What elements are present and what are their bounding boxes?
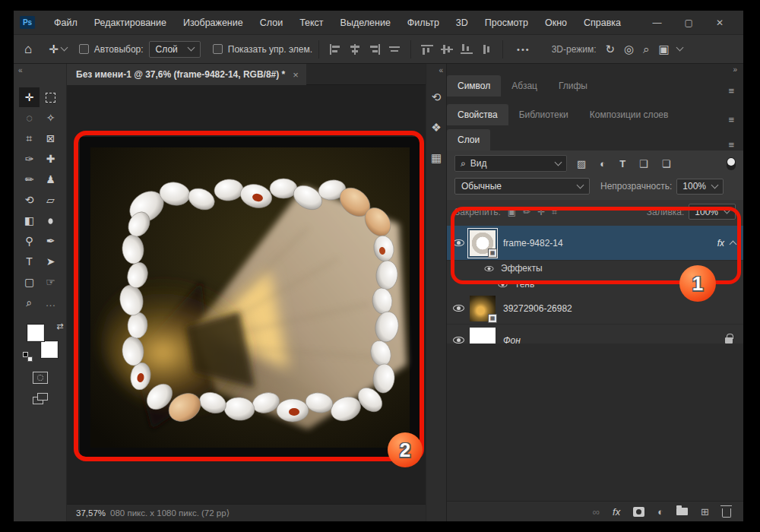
background-color-swatch[interactable] [41, 341, 58, 358]
tab-layer-comps[interactable]: Композиции слоев [579, 104, 679, 125]
layer-thumbnail[interactable]: ▦ [470, 296, 496, 321]
layer-mask-icon[interactable] [633, 507, 644, 517]
blend-mode-select[interactable]: Обычные [454, 178, 590, 195]
tab-character[interactable]: Символ [447, 75, 501, 97]
zoom-tool[interactable]: ⌕ [19, 293, 40, 312]
color-panel-icon[interactable]: ❖ [431, 121, 441, 135]
menu-filter[interactable]: Фильтр [399, 14, 448, 31]
3d-orbit-icon[interactable]: ↻ [606, 43, 616, 56]
lasso-tool[interactable]: ◌ [19, 108, 40, 128]
link-layers-icon[interactable]: ∞ [593, 506, 600, 518]
healing-brush-tool[interactable]: ✚ [40, 149, 61, 169]
quick-selection-tool[interactable]: ✧ [40, 108, 61, 128]
filter-smart-object-icon[interactable]: ❏ [662, 158, 671, 169]
menu-file[interactable]: Файл [46, 14, 86, 31]
minimize-button[interactable]: — [653, 18, 662, 27]
new-layer-icon[interactable]: ⊞ [701, 506, 709, 518]
crop-tool[interactable]: ⌗ [19, 128, 40, 148]
brush-tool[interactable]: ✏ [19, 169, 40, 189]
tab-paragraph[interactable]: Абзац [501, 75, 548, 97]
default-colors-icon[interactable] [23, 352, 30, 359]
align-bottom-button[interactable] [461, 44, 473, 55]
status-zoom-field[interactable]: 37,57% [67, 508, 110, 518]
shape-tool[interactable]: ▢ [19, 272, 40, 292]
filter-adjustment-icon[interactable]: ◐ [600, 158, 606, 169]
3d-zoom-icon[interactable]: ⌕ [643, 43, 649, 56]
home-icon[interactable]: ⌂ [24, 42, 32, 57]
maximize-button[interactable]: ▢ [685, 18, 693, 27]
menu-edit[interactable]: Редактирование [86, 14, 175, 31]
close-tab-icon[interactable]: × [293, 69, 299, 81]
panel-menu-icon[interactable]: ≡ [728, 114, 743, 125]
menu-type[interactable]: Текст [291, 14, 331, 31]
type-tool[interactable]: T [19, 252, 40, 271]
close-button[interactable]: ✕ [716, 18, 724, 27]
eraser-tool[interactable]: ▱ [40, 190, 61, 210]
menu-window[interactable]: Окно [537, 14, 575, 31]
foreground-color-swatch[interactable] [27, 325, 44, 341]
filter-shape-icon[interactable]: ❑ [639, 158, 648, 169]
visibility-eye-icon[interactable] [453, 337, 464, 344]
eyedropper-tool[interactable]: ✑ [19, 149, 40, 169]
layer-filter-select[interactable]: ⌕ Вид [454, 155, 567, 172]
path-select-tool[interactable]: ➤ [40, 252, 61, 271]
opacity-input[interactable]: 100% [676, 179, 724, 195]
panel-menu-icon[interactable]: ≡ [728, 139, 743, 150]
filter-type-icon[interactable]: T [619, 158, 625, 169]
layer-name[interactable]: 39272906-26982 [503, 303, 572, 314]
distribute-horizontal-button[interactable] [388, 44, 401, 55]
toolbar-collapse-icon[interactable]: « [14, 64, 66, 77]
menu-help[interactable]: Справка [575, 14, 629, 31]
swatches-panel-icon[interactable]: ▦ [431, 151, 442, 165]
history-brush-tool[interactable]: ⟲ [19, 190, 40, 210]
delete-layer-icon[interactable] [722, 506, 731, 518]
distribute-vertical-button[interactable] [480, 44, 492, 55]
panels-expand-icon[interactable]: » [733, 65, 737, 74]
menu-image[interactable]: Изображение [175, 14, 252, 31]
more-tools-button[interactable]: … [40, 293, 61, 312]
hand-tool[interactable]: ☞ [40, 272, 61, 292]
align-horizontal-center-button[interactable] [349, 44, 361, 55]
pen-tool[interactable]: ✒ [40, 231, 61, 251]
filter-toggle[interactable] [727, 157, 736, 170]
blur-tool[interactable]: ● [40, 211, 61, 230]
quick-mask-button[interactable] [33, 372, 48, 384]
menu-3d[interactable]: 3D [448, 14, 477, 31]
menu-select[interactable]: Выделение [332, 14, 399, 31]
align-right-button[interactable] [369, 44, 381, 55]
gradient-tool[interactable]: ◧ [19, 211, 40, 230]
more-options-button[interactable]: ••• [517, 45, 530, 54]
panel-menu-icon[interactable]: ≡ [728, 85, 743, 97]
align-top-button[interactable] [421, 44, 433, 55]
tab-libraries[interactable]: Библиотеки [508, 104, 579, 125]
menu-layers[interactable]: Слои [252, 14, 291, 31]
menu-view[interactable]: Просмотр [477, 14, 537, 31]
new-group-icon[interactable] [676, 508, 688, 515]
document-tab[interactable]: Без имени-1 @ 37,6% (frame-9482-14, RGB/… [67, 64, 306, 85]
align-vertical-center-button[interactable] [441, 44, 453, 55]
tab-glyphs[interactable]: Глифы [548, 75, 598, 97]
frame-tool[interactable]: ⊠ [40, 128, 61, 148]
tool-preset-picker[interactable]: ✛ [49, 43, 67, 56]
adjustment-layer-icon[interactable]: ◐ [657, 506, 663, 518]
dodge-tool[interactable]: ⚲ [19, 231, 40, 251]
show-transform-checkbox[interactable] [213, 44, 223, 54]
filter-image-icon[interactable]: ▨ [577, 158, 586, 169]
move-tool[interactable]: ✛ [19, 87, 40, 107]
chevron-down-icon[interactable] [676, 44, 683, 52]
3d-roll-icon[interactable]: ◎ [624, 43, 634, 56]
3d-pan-icon[interactable]: ▣ [659, 43, 670, 56]
autoselect-checkbox[interactable] [79, 44, 89, 54]
align-left-button[interactable] [329, 44, 341, 55]
screen-mode-button[interactable] [33, 393, 48, 404]
clone-stamp-tool[interactable]: ♟ [40, 169, 61, 189]
tab-properties[interactable]: Свойства [447, 104, 508, 125]
layer-style-icon[interactable]: fx [613, 506, 620, 518]
marquee-tool[interactable] [40, 87, 61, 107]
history-panel-icon[interactable]: ⟲ [432, 90, 442, 104]
swap-colors-icon[interactable]: ⇄ [56, 321, 63, 331]
autoselect-target-select[interactable]: Слой [149, 41, 201, 58]
tab-layers[interactable]: Слои [447, 129, 490, 150]
visibility-eye-icon[interactable] [453, 305, 464, 312]
dock-collapse-icon[interactable]: « [426, 64, 446, 77]
